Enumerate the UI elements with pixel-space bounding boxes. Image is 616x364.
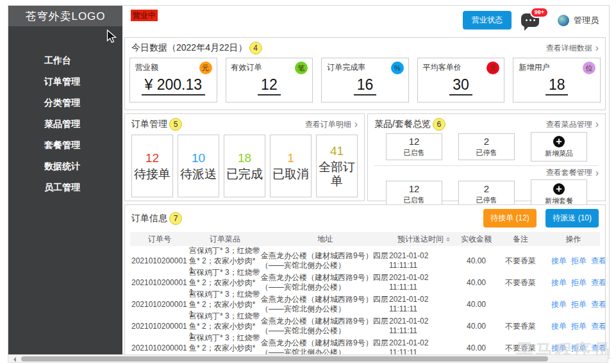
sidebar: 苍穹外卖LOGO 工作台订单管理分类管理菜品管理套餐管理数据统计员工管理 — [8, 6, 122, 355]
chevron-right-icon — [595, 168, 599, 178]
order-status-tile[interactable]: 18已完成 — [224, 135, 265, 197]
plus-icon — [553, 136, 565, 147]
dish-combo-header: 菜品/套餐总览 6 查看菜品管理 — [368, 114, 605, 131]
order-info-buttons: 待接单 (12) 待派送 (10) — [483, 209, 599, 228]
action-link-查看[interactable]: 查看 — [591, 278, 606, 287]
view-dish-mgmt-label: 查看菜品管理 — [546, 119, 592, 130]
today-panel-header: 今日数据（2022年4月22日） 4 查看详细数据 — [125, 38, 605, 57]
cell-order-no: 2021010200001 — [130, 343, 189, 354]
cell-dishes: 宫保鸡丁* 3；红烧带鱼* 2；农家小炒肉* 1； — [189, 333, 261, 355]
stat-label: 已启售 — [404, 148, 425, 158]
metric-card: 订单完成率%16 — [321, 58, 409, 103]
tile-count: 10 — [192, 151, 205, 165]
order-status-tile[interactable]: 1已取消 — [270, 135, 312, 197]
action-link-查看[interactable]: 查看 — [591, 256, 606, 265]
sidebar-item-员工管理[interactable]: 员工管理 — [8, 177, 122, 198]
add-label: 新增菜品 — [545, 149, 573, 158]
metric-value-text: ¥ 200.13 — [142, 76, 206, 95]
column-header: 备注 — [494, 234, 547, 245]
stat-count: 12 — [409, 136, 420, 147]
sidebar-item-订单管理[interactable]: 订单管理 — [8, 71, 122, 92]
app-logo: 苍穹外卖LOGO — [8, 6, 122, 26]
action-link-拒单[interactable]: 拒单 — [571, 300, 587, 309]
view-combo-mgmt-label: 查看套餐管理 — [546, 167, 592, 178]
column-header: 预计送达时间 — [389, 234, 458, 245]
dish-stats-row: 12已启售2已停售新增菜品 — [368, 131, 605, 161]
view-order-detail-link[interactable]: 查看订单明细 — [305, 119, 358, 130]
metric-value: ¥ 200.13 — [135, 76, 212, 95]
order-management-panel: 订单管理 5 查看订单明细 12待接单10待派送18已完成1已取消41全部订单 — [124, 113, 365, 201]
cell-address: 金燕龙办公楼（建材城西路9号）四层（——宾馆北侧办公楼） — [261, 338, 389, 355]
cell-remark: 不要香菜 — [494, 322, 547, 332]
tile-count: 12 — [146, 151, 159, 165]
table-row: 2021010200001宫保鸡丁* 3；红烧带鱼* 2；农家小炒肉* 1；金燕… — [130, 246, 600, 268]
to-deliver-button[interactable]: 待派送 (10) — [545, 209, 599, 228]
action-link-拒单[interactable]: 拒单 — [571, 322, 587, 331]
cell-delivery-time: 2021-01-02 11:11:11 — [389, 338, 458, 355]
scrollbar-thumb[interactable] — [21, 356, 548, 361]
action-link-拒单[interactable]: 拒单 — [571, 256, 587, 265]
sidebar-item-数据统计[interactable]: 数据统计 — [8, 156, 122, 177]
order-status-tile[interactable]: 12待接单 — [131, 135, 173, 197]
pending-orders-button[interactable]: 待接单 (12) — [483, 209, 537, 228]
dish-combo-title: 菜品/套餐总览 — [374, 119, 431, 130]
action-link-接单[interactable]: 接单 — [551, 256, 567, 265]
stat-box: 2已停售 — [458, 133, 515, 160]
order-status-tile[interactable]: 41全部订单 — [316, 135, 358, 197]
avatar[interactable] — [558, 15, 569, 26]
cell-order-no: 2021010200001 — [130, 256, 189, 267]
tile-label: 已取消 — [272, 167, 309, 181]
sidebar-item-分类管理[interactable]: 分类管理 — [8, 92, 122, 113]
stat-label: 已停售 — [476, 148, 497, 158]
cell-amount: 40.00 — [458, 278, 494, 288]
tile-count: 41 — [330, 144, 344, 158]
horizontal-scrollbar[interactable] — [8, 354, 608, 363]
action-link-查看[interactable]: 查看 — [591, 300, 606, 309]
cell-delivery-time: 2021-01-02 11:11:11 — [389, 273, 458, 293]
plus-icon — [553, 183, 565, 195]
action-link-拒单[interactable]: 拒单 — [571, 278, 587, 287]
tile-count: 18 — [238, 151, 251, 165]
stat-label: 已启售 — [404, 195, 425, 205]
chevron-right-icon — [595, 119, 599, 129]
action-link-接单[interactable]: 接单 — [551, 278, 567, 287]
view-combo-mgmt-link[interactable]: 查看套餐管理 — [546, 167, 599, 178]
notifications[interactable]: 99+ — [521, 13, 539, 27]
topbar: 营业中 营业状态 99+ 管理员 — [122, 6, 609, 31]
cell-actions: 接单拒单查看 — [547, 322, 606, 332]
sort-up-icon — [446, 235, 450, 239]
sidebar-item-套餐管理[interactable]: 套餐管理 — [8, 135, 122, 156]
tile-label: 待派送 — [180, 167, 217, 181]
order-status-tile[interactable]: 10待派送 — [178, 135, 219, 197]
cell-address: 金燕龙办公楼（建材城西路9号）四层（——宾馆北侧办公楼） — [261, 295, 389, 315]
action-link-接单[interactable]: 接单 — [551, 322, 567, 331]
cell-actions: 接单拒单查看 — [547, 300, 606, 310]
view-detail-data-link[interactable]: 查看详细数据 — [546, 43, 599, 54]
main-content: 今日数据（2022年4月22日） 4 查看详细数据 营业额元¥ 200.13有效… — [122, 31, 609, 355]
order-mgmt-header: 订单管理 5 查看订单明细 — [125, 114, 364, 133]
sort-icon[interactable] — [446, 235, 450, 244]
chevron-right-icon — [595, 43, 599, 53]
scroll-left-arrow-icon[interactable] — [11, 357, 16, 362]
metric-value-text: 18 — [545, 76, 569, 95]
sidebar-item-菜品管理[interactable]: 菜品管理 — [8, 113, 122, 135]
column-header: 操作 — [547, 234, 600, 245]
action-link-查看[interactable]: 查看 — [591, 322, 606, 331]
tile-label: 已完成 — [226, 167, 263, 181]
combo-link-row: 查看套餐管理 — [368, 166, 605, 179]
metric-value: 18 — [519, 76, 595, 95]
metric-unit-badge: 元 — [199, 62, 212, 74]
annotation-4: 4 — [249, 42, 262, 54]
stat-box: 12已启售 — [386, 133, 442, 160]
app-window: 苍穹外卖LOGO 工作台订单管理分类管理菜品管理套餐管理数据统计员工管理 营业中… — [8, 5, 610, 356]
cell-actions: 接单拒单查看 — [547, 256, 606, 267]
metric-card: 营业额元¥ 200.13 — [129, 58, 217, 103]
add-dish-button[interactable]: 新增菜品 — [531, 132, 587, 161]
stat-count: 2 — [484, 183, 489, 194]
metric-value-text: 16 — [354, 76, 377, 95]
action-link-接单[interactable]: 接单 — [551, 300, 567, 309]
view-dish-mgmt-link[interactable]: 查看菜品管理 — [546, 119, 599, 130]
cell-amount: 40.00 — [458, 300, 494, 310]
sidebar-item-工作台[interactable]: 工作台 — [8, 50, 122, 71]
business-status-button[interactable]: 营业状态 — [463, 11, 512, 29]
